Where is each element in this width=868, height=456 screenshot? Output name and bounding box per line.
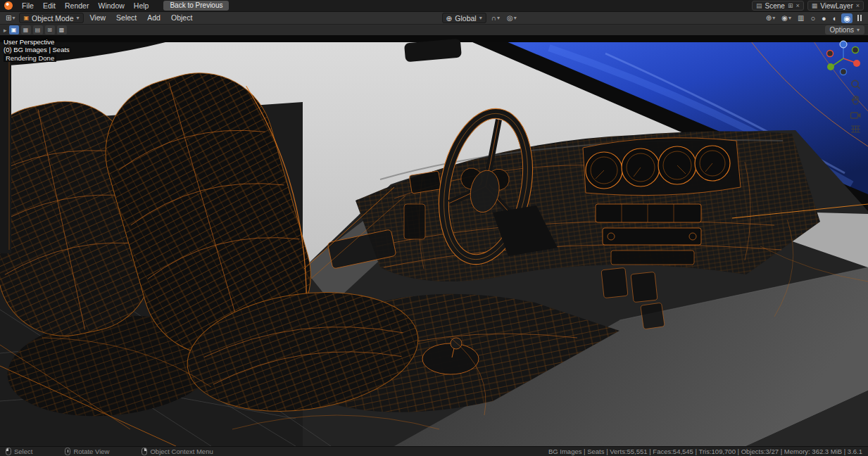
door-left-edge (0, 42, 11, 253)
mouse-left-icon (6, 448, 11, 455)
viewport-scene[interactable] (0, 35, 868, 446)
menu-render[interactable]: Render (61, 1, 93, 11)
scene-statistics: BG Images | Seats | Verts:55,551 | Faces… (548, 448, 862, 455)
mode-dropdown[interactable]: ▣ Object Mode ▾ (19, 13, 83, 23)
zoom-icon[interactable] (850, 79, 862, 91)
hint-context-menu: Object Context Menu (141, 448, 213, 455)
blender-window: File Edit Render Window Help Back to Pre… (0, 0, 868, 456)
xray-icon: ▥ (798, 14, 804, 22)
hint-select: Select (6, 448, 32, 455)
options-dropdown[interactable]: Options ▾ (825, 25, 864, 34)
mode-label: Object Mode (32, 14, 74, 23)
topbar: File Edit Render Window Help Back to Pre… (0, 0, 868, 11)
chevron-down-icon: ▾ (12, 15, 15, 21)
viewport-side-tools (850, 79, 862, 134)
active-tool-icon[interactable]: ▣ (9, 25, 19, 34)
viewlayer-icon: ▦ (812, 1, 818, 10)
scene-icon: ▤ (756, 1, 762, 10)
shading-material-button[interactable]: ◐ (831, 13, 840, 23)
show-gizmo-toggle[interactable]: ⊕ ▾ (764, 13, 777, 23)
render-status-label: Rendering Done (4, 54, 56, 62)
tool-option-icon[interactable]: ▤ (33, 25, 43, 34)
chevron-down-icon: ▾ (788, 15, 791, 21)
hint-label: Select (14, 448, 32, 455)
shading-rendered-button[interactable]: ◉ (841, 13, 853, 23)
editor-type-button[interactable]: ⊞ ▾ (4, 13, 17, 23)
view-perspective-label: User Perspective (4, 38, 70, 46)
menu-file[interactable]: File (18, 1, 38, 11)
menu-object[interactable]: Object (167, 13, 196, 23)
chevron-down-icon: ▾ (514, 15, 517, 21)
menu-edit[interactable]: Edit (39, 1, 60, 11)
proportional-icon: ◎ (507, 14, 513, 22)
scene-selector[interactable]: ▤ Scene ⊞ × (752, 1, 804, 11)
tool-option-icon[interactable]: ▦ (21, 25, 31, 34)
menu-view[interactable]: View (86, 13, 111, 23)
gizmo-x-neg-axis[interactable] (827, 51, 834, 57)
menu-select[interactable]: Select (112, 13, 141, 23)
pan-hand-icon[interactable] (850, 94, 862, 106)
pause-icon[interactable] (855, 15, 864, 21)
object-mode-icon: ▣ (23, 15, 29, 21)
new-scene-icon[interactable]: ⊞ (788, 1, 793, 10)
back-to-previous-button[interactable]: Back to Previous (163, 1, 229, 11)
hint-rotate-view: Rotate View (65, 448, 109, 455)
camera-view-icon[interactable] (850, 110, 862, 120)
options-label: Options (830, 26, 854, 34)
viewlayer-name: ViewLayer (820, 2, 853, 10)
chevron-down-icon: ▾ (772, 15, 775, 21)
gizmo-x-axis[interactable] (853, 60, 860, 67)
chevron-down-icon: ▾ (479, 15, 482, 21)
magnet-icon: ∩ (491, 14, 496, 22)
remove-viewlayer-icon[interactable]: × (856, 1, 860, 10)
viewport-header: ⊞ ▾ ▣ Object Mode ▾ View Select Add Obje… (0, 11, 868, 24)
menu-add[interactable]: Add (143, 13, 165, 23)
toggle-xray-button[interactable]: ▥ (795, 13, 806, 23)
tool-settings-bar: ▸ ▣ ▦ ▤ ⊞ ▩ Options ▾ (0, 24, 868, 35)
mouse-middle-icon (65, 448, 70, 455)
tool-option-icon[interactable]: ▩ (57, 25, 67, 34)
viewport-overlay-text: User Perspective (0) BG Images | Seats R… (4, 38, 70, 62)
menu-help[interactable]: Help (130, 1, 153, 11)
menu-window[interactable]: Window (94, 1, 128, 11)
hint-label: Rotate View (73, 448, 109, 455)
chevron-down-icon: ▾ (857, 27, 860, 33)
toggle-ortho-grid-icon[interactable] (850, 124, 862, 134)
navigation-gizmo[interactable] (823, 38, 864, 79)
mouse-right-icon (141, 448, 147, 455)
active-collection-label: (0) BG Images | Seats (4, 46, 70, 53)
overlays-icon: ◉ (781, 14, 788, 22)
tool-option-icon[interactable]: ⊞ (45, 25, 55, 34)
proportional-editing-toggle[interactable]: ◎ ▾ (505, 13, 519, 23)
gizmo-z-neg-axis[interactable] (841, 69, 847, 75)
editor-type-icon: ⊞ (6, 14, 11, 22)
hint-label: Object Context Menu (150, 448, 213, 455)
gizmo-y-neg-axis[interactable] (853, 47, 859, 53)
viewlayer-selector[interactable]: ▦ ViewLayer × (807, 1, 864, 11)
shading-solid-button[interactable]: ● (819, 13, 829, 23)
snap-toggle[interactable]: ∩ ▾ (489, 13, 502, 23)
show-overlays-toggle[interactable]: ◉ ▾ (779, 13, 793, 23)
gizmo-icon: ⊕ (766, 14, 772, 22)
shading-wireframe-button[interactable]: ○ (808, 13, 817, 23)
transform-orientation-dropdown[interactable]: ⊕ Global ▾ (442, 13, 486, 23)
scene-name: Scene (765, 2, 785, 10)
gizmo-z-axis[interactable] (840, 41, 847, 48)
status-bar: Select Rotate View Object Context Menu B… (0, 446, 868, 456)
globe-icon: ⊕ (446, 14, 453, 23)
gizmo-y-axis[interactable] (827, 63, 834, 70)
blender-logo-icon[interactable] (4, 1, 13, 10)
viewport-3d[interactable]: User Perspective (0) BG Images | Seats R… (0, 35, 868, 446)
unlink-scene-icon[interactable]: × (795, 1, 799, 10)
chevron-down-icon: ▾ (77, 15, 80, 21)
toolbar-expand-arrow-icon[interactable]: ▸ (4, 27, 7, 34)
chevron-down-icon: ▾ (497, 15, 500, 21)
orientation-label: Global (455, 14, 476, 23)
